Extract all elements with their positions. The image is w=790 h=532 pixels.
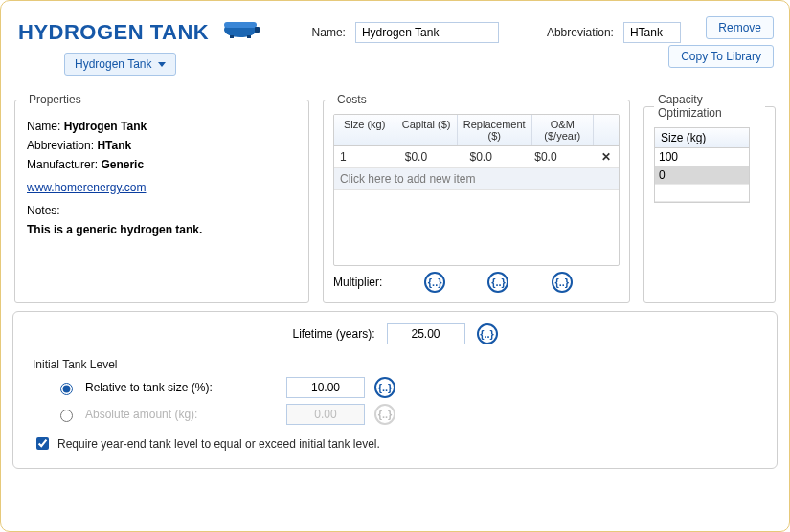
absolute-radio[interactable] <box>60 410 73 422</box>
absolute-sensitivity-button: {..} <box>374 404 395 425</box>
hydrogen-tank-panel: HYDROGEN TANK Hydrogen Tank Name: <box>0 0 790 532</box>
col-om[interactable]: O&M ($/year) <box>532 115 594 145</box>
chevron-down-icon <box>158 62 166 67</box>
svg-rect-2 <box>255 27 260 33</box>
properties-panel: Properties Name: Hydrogen Tank Abbreviat… <box>14 93 309 303</box>
cost-row[interactable]: 1 $0.0 $0.0 $0.0 ✕ <box>334 146 619 168</box>
capacity-cell[interactable]: 100 <box>655 148 749 166</box>
cost-size[interactable]: 1 <box>334 146 399 167</box>
cost-replacement[interactable]: $0.0 <box>464 146 530 167</box>
multiplier-replacement-button[interactable]: {..} <box>487 272 508 293</box>
capacity-cell[interactable] <box>655 185 749 202</box>
cost-om[interactable]: $0.0 <box>529 146 594 167</box>
absolute-label: Absolute amount (kg): <box>85 408 277 421</box>
capopt-legend: Capacity Optimization <box>654 93 765 120</box>
prop-manufacturer-value: Generic <box>101 158 144 171</box>
abbr-label: Abbreviation: <box>547 26 614 39</box>
svg-rect-3 <box>230 35 234 38</box>
col-replacement[interactable]: Replacement ($) <box>458 115 532 145</box>
page-title: HYDROGEN TANK <box>18 20 209 44</box>
capacity-table[interactable]: Size (kg) 100 0 <box>654 127 750 203</box>
costs-panel: Costs Size (kg) Capital ($) Replacement … <box>323 93 630 303</box>
svg-rect-4 <box>247 35 251 38</box>
website-link[interactable]: www.homerenergy.com <box>27 181 147 194</box>
prop-notes-label: Notes: <box>27 204 60 217</box>
costs-legend: Costs <box>333 93 371 106</box>
hydrogen-tank-icon <box>220 18 260 42</box>
properties-legend: Properties <box>25 93 85 106</box>
lifetime-input[interactable] <box>387 323 465 344</box>
prop-notes-value: This is a generic hydrogen tank. <box>27 223 297 236</box>
lifetime-sensitivity-button[interactable]: {..} <box>477 323 498 344</box>
capacity-optimization-panel: Capacity Optimization Size (kg) 100 0 <box>643 93 776 303</box>
costs-table[interactable]: Size (kg) Capital ($) Replacement ($) O&… <box>333 114 620 266</box>
name-label: Name: <box>312 26 346 39</box>
col-size[interactable]: Size (kg) <box>334 115 395 145</box>
relative-input[interactable] <box>286 377 365 398</box>
settings-panel: Lifetime (years): {..} Initial Tank Leve… <box>12 311 778 469</box>
prop-name-value: Hydrogen Tank <box>64 120 147 133</box>
cost-capital[interactable]: $0.0 <box>399 146 464 167</box>
initial-tank-level-label: Initial Tank Level <box>33 358 761 371</box>
component-dropdown[interactable]: Hydrogen Tank <box>64 53 176 76</box>
remove-button[interactable]: Remove <box>706 16 774 39</box>
multiplier-label: Multiplier: <box>333 276 402 289</box>
prop-abbr-value: HTank <box>97 139 131 152</box>
multiplier-om-button[interactable]: {..} <box>552 272 573 293</box>
name-input[interactable] <box>355 22 499 43</box>
svg-rect-1 <box>224 22 257 28</box>
multiplier-capital-button[interactable]: {..} <box>424 272 445 293</box>
col-capital[interactable]: Capital ($) <box>395 115 457 145</box>
capacity-cell[interactable]: 0 <box>655 166 749 185</box>
relative-radio[interactable] <box>60 383 73 395</box>
absolute-input <box>286 404 365 425</box>
require-yearend-label: Require year-end tank level to equal or … <box>57 437 380 451</box>
delete-row-icon[interactable]: ✕ <box>594 146 619 167</box>
relative-sensitivity-button[interactable]: {..} <box>374 377 395 398</box>
prop-abbr-label: Abbreviation: <box>27 139 94 152</box>
require-yearend-checkbox[interactable] <box>36 437 49 450</box>
prop-name-label: Name: <box>27 120 60 133</box>
relative-label: Relative to tank size (%): <box>85 381 277 394</box>
lifetime-label: Lifetime (years): <box>292 327 374 341</box>
add-cost-row[interactable]: Click here to add new item <box>334 168 619 190</box>
capacity-header[interactable]: Size (kg) <box>655 128 749 148</box>
copy-to-library-button[interactable]: Copy To Library <box>668 45 774 68</box>
component-dropdown-label: Hydrogen Tank <box>75 57 152 71</box>
prop-manufacturer-label: Manufacturer: <box>27 158 98 171</box>
